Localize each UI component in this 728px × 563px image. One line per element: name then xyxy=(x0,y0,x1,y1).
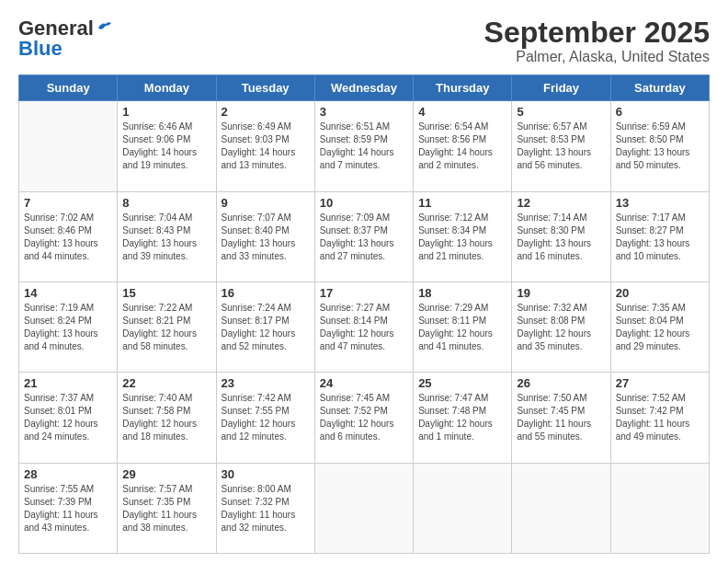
day-info: Sunrise: 7:57 AM Sunset: 7:35 PM Dayligh… xyxy=(122,483,210,534)
table-row xyxy=(19,101,118,191)
table-row: 17Sunrise: 7:27 AM Sunset: 8:14 PM Dayli… xyxy=(314,282,413,372)
table-row: 27Sunrise: 7:52 AM Sunset: 7:42 PM Dayli… xyxy=(610,373,709,463)
day-number: 15 xyxy=(122,286,210,300)
day-info: Sunrise: 6:46 AM Sunset: 9:06 PM Dayligh… xyxy=(122,121,210,172)
day-info: Sunrise: 7:50 AM Sunset: 7:45 PM Dayligh… xyxy=(517,392,605,443)
col-friday: Friday xyxy=(512,75,610,101)
day-number: 22 xyxy=(122,376,210,390)
table-row: 23Sunrise: 7:42 AM Sunset: 7:55 PM Dayli… xyxy=(216,373,314,463)
col-saturday: Saturday xyxy=(610,75,709,101)
table-row: 25Sunrise: 7:47 AM Sunset: 7:48 PM Dayli… xyxy=(414,373,512,463)
table-row: 5Sunrise: 6:57 AM Sunset: 8:53 PM Daylig… xyxy=(512,101,610,191)
day-number: 19 xyxy=(517,286,605,300)
day-number: 23 xyxy=(222,376,310,390)
table-row: 16Sunrise: 7:24 AM Sunset: 8:17 PM Dayli… xyxy=(216,282,314,372)
day-number: 5 xyxy=(517,105,605,119)
col-tuesday: Tuesday xyxy=(216,75,314,101)
table-row: 4Sunrise: 6:54 AM Sunset: 8:56 PM Daylig… xyxy=(414,101,512,191)
day-number: 20 xyxy=(616,286,704,300)
day-info: Sunrise: 7:27 AM Sunset: 8:14 PM Dayligh… xyxy=(320,302,408,353)
day-info: Sunrise: 7:29 AM Sunset: 8:11 PM Dayligh… xyxy=(418,302,506,353)
day-number: 13 xyxy=(616,196,704,210)
table-row: 24Sunrise: 7:45 AM Sunset: 7:52 PM Dayli… xyxy=(314,373,413,463)
table-row: 28Sunrise: 7:55 AM Sunset: 7:39 PM Dayli… xyxy=(19,463,118,553)
day-info: Sunrise: 8:00 AM Sunset: 7:32 PM Dayligh… xyxy=(222,483,310,534)
table-row: 21Sunrise: 7:37 AM Sunset: 8:01 PM Dayli… xyxy=(19,373,118,463)
table-row: 8Sunrise: 7:04 AM Sunset: 8:43 PM Daylig… xyxy=(118,191,216,282)
col-monday: Monday xyxy=(118,75,216,101)
table-row: 14Sunrise: 7:19 AM Sunset: 8:24 PM Dayli… xyxy=(19,282,118,372)
day-info: Sunrise: 7:07 AM Sunset: 8:40 PM Dayligh… xyxy=(222,212,310,263)
day-number: 14 xyxy=(24,286,112,300)
day-number: 29 xyxy=(122,467,210,481)
day-info: Sunrise: 7:52 AM Sunset: 7:42 PM Dayligh… xyxy=(616,392,704,443)
calendar-title: September 2025 xyxy=(484,17,710,49)
day-number: 10 xyxy=(320,196,408,210)
table-row: 7Sunrise: 7:02 AM Sunset: 8:46 PM Daylig… xyxy=(19,191,118,282)
day-number: 8 xyxy=(122,196,210,210)
table-row: 11Sunrise: 7:12 AM Sunset: 8:34 PM Dayli… xyxy=(414,191,512,282)
day-number: 11 xyxy=(418,196,506,210)
day-number: 3 xyxy=(320,105,408,119)
day-info: Sunrise: 7:32 AM Sunset: 8:08 PM Dayligh… xyxy=(517,302,605,353)
header: General Blue September 2025 Palmer, Alas… xyxy=(18,17,710,65)
table-row: 6Sunrise: 6:59 AM Sunset: 8:50 PM Daylig… xyxy=(610,101,709,191)
day-info: Sunrise: 6:57 AM Sunset: 8:53 PM Dayligh… xyxy=(517,121,605,172)
day-info: Sunrise: 7:55 AM Sunset: 7:39 PM Dayligh… xyxy=(24,483,112,534)
day-number: 17 xyxy=(320,286,408,300)
calendar-subtitle: Palmer, Alaska, United States xyxy=(484,49,710,65)
day-info: Sunrise: 7:14 AM Sunset: 8:30 PM Dayligh… xyxy=(517,212,605,263)
col-wednesday: Wednesday xyxy=(314,75,413,101)
table-row: 2Sunrise: 6:49 AM Sunset: 9:03 PM Daylig… xyxy=(216,101,314,191)
day-info: Sunrise: 7:22 AM Sunset: 8:21 PM Dayligh… xyxy=(122,302,210,353)
logo: General Blue xyxy=(18,17,113,61)
day-number: 27 xyxy=(616,376,704,390)
day-info: Sunrise: 7:04 AM Sunset: 8:43 PM Dayligh… xyxy=(122,212,210,263)
calendar-header-row: Sunday Monday Tuesday Wednesday Thursday… xyxy=(19,75,710,101)
day-info: Sunrise: 7:09 AM Sunset: 8:37 PM Dayligh… xyxy=(320,212,408,263)
day-info: Sunrise: 7:35 AM Sunset: 8:04 PM Dayligh… xyxy=(616,302,704,353)
table-row: 18Sunrise: 7:29 AM Sunset: 8:11 PM Dayli… xyxy=(414,282,512,372)
day-info: Sunrise: 6:49 AM Sunset: 9:03 PM Dayligh… xyxy=(222,121,310,172)
day-number: 30 xyxy=(222,467,310,481)
day-number: 18 xyxy=(418,286,506,300)
day-info: Sunrise: 7:37 AM Sunset: 8:01 PM Dayligh… xyxy=(24,392,112,443)
day-info: Sunrise: 7:45 AM Sunset: 7:52 PM Dayligh… xyxy=(320,392,408,443)
page: General Blue September 2025 Palmer, Alas… xyxy=(0,0,728,563)
day-number: 9 xyxy=(222,196,310,210)
col-sunday: Sunday xyxy=(19,75,118,101)
table-row: 3Sunrise: 6:51 AM Sunset: 8:59 PM Daylig… xyxy=(314,101,413,191)
day-info: Sunrise: 7:17 AM Sunset: 8:27 PM Dayligh… xyxy=(616,212,704,263)
table-row xyxy=(414,463,512,553)
table-row: 30Sunrise: 8:00 AM Sunset: 7:32 PM Dayli… xyxy=(216,463,314,553)
day-info: Sunrise: 6:59 AM Sunset: 8:50 PM Dayligh… xyxy=(616,121,704,172)
col-thursday: Thursday xyxy=(414,75,512,101)
day-number: 2 xyxy=(222,105,310,119)
table-row xyxy=(314,463,413,553)
day-number: 12 xyxy=(517,196,605,210)
day-number: 25 xyxy=(418,376,506,390)
table-row: 12Sunrise: 7:14 AM Sunset: 8:30 PM Dayli… xyxy=(512,191,610,282)
day-number: 21 xyxy=(24,376,112,390)
day-number: 26 xyxy=(517,376,605,390)
day-info: Sunrise: 7:02 AM Sunset: 8:46 PM Dayligh… xyxy=(24,212,112,263)
table-row: 9Sunrise: 7:07 AM Sunset: 8:40 PM Daylig… xyxy=(216,191,314,282)
day-info: Sunrise: 6:54 AM Sunset: 8:56 PM Dayligh… xyxy=(418,121,506,172)
table-row: 22Sunrise: 7:40 AM Sunset: 7:58 PM Dayli… xyxy=(118,373,216,463)
logo-blue: Blue xyxy=(18,37,63,61)
day-number: 24 xyxy=(320,376,408,390)
logo-bird-icon xyxy=(97,20,113,33)
table-row: 10Sunrise: 7:09 AM Sunset: 8:37 PM Dayli… xyxy=(314,191,413,282)
day-number: 7 xyxy=(24,196,112,210)
table-row xyxy=(512,463,610,553)
calendar-table: Sunday Monday Tuesday Wednesday Thursday… xyxy=(18,75,710,554)
table-row: 29Sunrise: 7:57 AM Sunset: 7:35 PM Dayli… xyxy=(118,463,216,553)
day-info: Sunrise: 7:19 AM Sunset: 8:24 PM Dayligh… xyxy=(24,302,112,353)
table-row: 26Sunrise: 7:50 AM Sunset: 7:45 PM Dayli… xyxy=(512,373,610,463)
day-info: Sunrise: 7:47 AM Sunset: 7:48 PM Dayligh… xyxy=(418,392,506,443)
day-info: Sunrise: 7:40 AM Sunset: 7:58 PM Dayligh… xyxy=(122,392,210,443)
day-info: Sunrise: 7:24 AM Sunset: 8:17 PM Dayligh… xyxy=(222,302,310,353)
table-row xyxy=(610,463,709,553)
table-row: 13Sunrise: 7:17 AM Sunset: 8:27 PM Dayli… xyxy=(610,191,709,282)
day-info: Sunrise: 7:12 AM Sunset: 8:34 PM Dayligh… xyxy=(418,212,506,263)
